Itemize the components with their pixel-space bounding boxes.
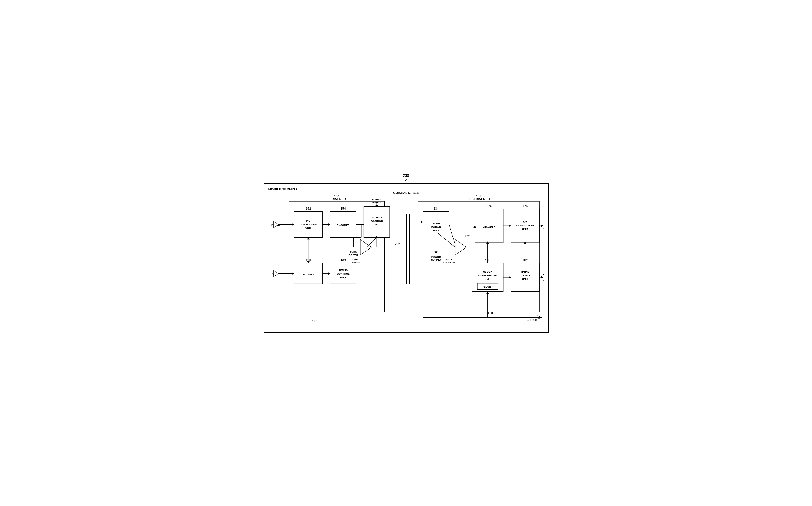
svg-marker-96 bbox=[421, 221, 423, 223]
diagram-number-label: 230 bbox=[403, 173, 409, 178]
svg-marker-128 bbox=[543, 274, 544, 280]
svg-marker-55 bbox=[328, 272, 330, 275]
svg-marker-57 bbox=[342, 236, 344, 238]
svg-marker-115 bbox=[509, 276, 511, 279]
svg-text:Ref.CLK: Ref.CLK bbox=[526, 319, 537, 322]
svg-text:DRIVER: DRIVER bbox=[349, 254, 358, 256]
svg-text:UNIT: UNIT bbox=[522, 228, 528, 230]
svg-text:POWER: POWER bbox=[372, 198, 381, 200]
svg-rect-3 bbox=[418, 201, 539, 312]
svg-text:P/S: P/S bbox=[306, 219, 310, 222]
svg-line-131 bbox=[436, 226, 455, 243]
svg-text:CONVERSION: CONVERSION bbox=[299, 223, 317, 226]
svg-text:SUPPLY: SUPPLY bbox=[431, 258, 441, 261]
svg-marker-31 bbox=[360, 239, 371, 255]
svg-text:P-DATA: P-DATA bbox=[271, 223, 281, 226]
svg-text:156: 156 bbox=[374, 201, 379, 205]
svg-text:PLL UNIT: PLL UNIT bbox=[302, 273, 314, 276]
svg-marker-38 bbox=[273, 222, 279, 228]
svg-marker-42 bbox=[362, 223, 364, 226]
svg-marker-117 bbox=[524, 242, 526, 244]
svg-rect-14 bbox=[294, 263, 322, 284]
svg-rect-17 bbox=[330, 263, 356, 284]
svg-text:POWER: POWER bbox=[431, 255, 441, 258]
svg-line-125 bbox=[537, 317, 542, 319]
svg-text:DESERIALIZER: DESERIALIZER bbox=[467, 197, 490, 201]
mobile-terminal-box: MOBILE TERMINAL COAXIAL CABLE SERIALIZER… bbox=[264, 183, 548, 333]
svg-text:LVDS: LVDS bbox=[352, 258, 358, 261]
diagram-area: SERIALIZER 134 DESERIALIZER 138 P/S CONV… bbox=[268, 193, 544, 328]
svg-text:CONTROL: CONTROL bbox=[519, 274, 531, 277]
svg-text:PLL UNIT: PLL UNIT bbox=[482, 285, 493, 288]
svg-text:SUPPLY: SUPPLY bbox=[371, 201, 381, 204]
svg-text:UNIT: UNIT bbox=[522, 277, 528, 280]
svg-line-124 bbox=[537, 315, 542, 317]
page-container: 230 ↙ MOBILE TERMINAL COAXIAL CABLE SERI… bbox=[264, 173, 548, 333]
svg-text:UNIT: UNIT bbox=[340, 276, 346, 279]
svg-marker-67 bbox=[455, 239, 466, 255]
svg-text:160: 160 bbox=[340, 259, 346, 262]
svg-text:172: 172 bbox=[464, 235, 469, 238]
svg-text:RATION: RATION bbox=[431, 225, 441, 228]
svg-rect-11 bbox=[330, 212, 356, 238]
svg-marker-51 bbox=[292, 272, 294, 275]
svg-text:CONVERSION: CONVERSION bbox=[516, 224, 533, 227]
svg-text:LVDS: LVDS bbox=[446, 258, 452, 261]
svg-text:UNIT: UNIT bbox=[433, 229, 439, 232]
svg-text:RECEIVER: RECEIVER bbox=[443, 261, 455, 264]
svg-text:UNIT: UNIT bbox=[305, 226, 311, 229]
svg-text:176: 176 bbox=[522, 204, 528, 208]
svg-rect-74 bbox=[511, 209, 539, 243]
svg-text:LVDS: LVDS bbox=[350, 251, 357, 253]
svg-text:154: 154 bbox=[340, 207, 346, 210]
diagram-svg: SERIALIZER 134 DESERIALIZER 138 P/S CONV… bbox=[268, 193, 544, 328]
svg-text:UNIT: UNIT bbox=[485, 277, 491, 280]
svg-marker-127 bbox=[541, 276, 543, 279]
svg-text:DRIVER: DRIVER bbox=[351, 261, 360, 264]
svg-line-136 bbox=[366, 237, 377, 247]
svg-text:REPRODUCING: REPRODUCING bbox=[478, 274, 497, 277]
svg-line-132 bbox=[449, 224, 455, 245]
svg-text:P-CLK: P-CLK bbox=[269, 272, 278, 275]
svg-text:158: 158 bbox=[306, 259, 311, 262]
svg-marker-36 bbox=[292, 223, 294, 226]
svg-text:180: 180 bbox=[488, 311, 493, 315]
svg-text:POSITION: POSITION bbox=[370, 220, 383, 222]
svg-text:178: 178 bbox=[485, 259, 490, 262]
svg-text:138: 138 bbox=[476, 195, 481, 198]
svg-text:SEPA-: SEPA- bbox=[432, 222, 440, 225]
diagram-number-arrow: ↙ bbox=[405, 178, 408, 182]
svg-text:CONTROL: CONTROL bbox=[337, 272, 349, 275]
svg-marker-59 bbox=[307, 261, 309, 263]
svg-marker-107 bbox=[509, 225, 511, 227]
svg-text:234: 234 bbox=[433, 207, 439, 210]
svg-text:CLOCK: CLOCK bbox=[483, 270, 492, 273]
svg-marker-45 bbox=[375, 236, 378, 238]
svg-marker-109 bbox=[541, 225, 543, 227]
svg-text:174: 174 bbox=[486, 204, 491, 208]
svg-rect-71 bbox=[475, 209, 503, 243]
svg-text:182: 182 bbox=[522, 259, 528, 262]
diagram-number: 230 ↙ bbox=[264, 173, 548, 182]
svg-rect-79 bbox=[472, 263, 503, 292]
svg-text:UNIT: UNIT bbox=[373, 223, 379, 226]
svg-text:152: 152 bbox=[306, 207, 311, 210]
svg-text:ENCODER: ENCODER bbox=[337, 224, 350, 227]
svg-marker-40 bbox=[328, 223, 330, 226]
svg-marker-103 bbox=[473, 226, 476, 228]
svg-marker-30 bbox=[375, 205, 378, 207]
svg-text:SUPER-: SUPER- bbox=[372, 216, 381, 219]
svg-rect-6 bbox=[294, 212, 322, 238]
svg-rect-22 bbox=[364, 206, 389, 238]
svg-text:S/P: S/P bbox=[523, 221, 527, 223]
svg-rect-84 bbox=[477, 283, 498, 289]
svg-text:TIMING: TIMING bbox=[339, 269, 348, 271]
svg-rect-86 bbox=[511, 263, 539, 292]
svg-marker-92 bbox=[434, 251, 437, 253]
svg-line-100 bbox=[449, 226, 455, 240]
mobile-terminal-label: MOBILE TERMINAL bbox=[268, 187, 544, 191]
svg-marker-60 bbox=[307, 237, 309, 239]
svg-text:232: 232 bbox=[395, 242, 400, 246]
svg-marker-53 bbox=[273, 270, 279, 277]
svg-marker-110 bbox=[543, 223, 544, 229]
